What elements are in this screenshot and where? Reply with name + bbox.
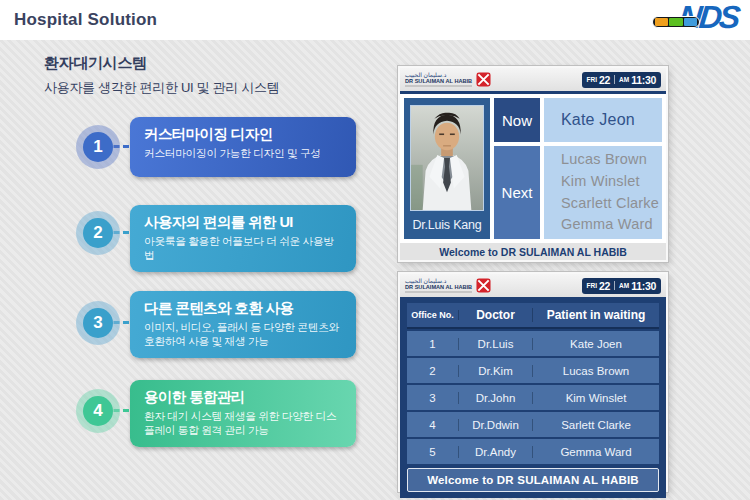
slide-body: 환자대기시스템 사용자를 생각한 편리한 UI 및 관리 시스템 1 커스터마이… (0, 40, 750, 500)
doctor-name: Dr.Andy (459, 446, 533, 458)
table-header-row: Office No. Doctor Patient in waiting (407, 303, 659, 329)
doctor-name: Dr.Ddwin (459, 419, 533, 431)
date-label: 22 (599, 74, 610, 86)
feature-3-number-badge: 3 (83, 308, 113, 338)
nds-logo: NDS (644, 2, 740, 38)
office-no: 1 (407, 338, 459, 350)
hospital-tagline-line (405, 85, 472, 87)
feature-2-title: 사용자의 편의를 위한 UI (144, 213, 342, 232)
doctor-name: Dr.Luis Kang (404, 211, 490, 239)
feature-1-title: 커스터마이징 디자인 (144, 125, 342, 144)
next-label: Next (494, 146, 540, 239)
hospital-name: DR SULAIMAN AL HABIB (405, 284, 472, 290)
col-office-no: Office No. (407, 310, 459, 320)
section-subtitle: 사용자를 생각한 편리한 UI 및 관리 시스템 (44, 79, 279, 97)
doctor-name: Dr.Luis (459, 338, 533, 350)
hospital-name-arabic: د.سليمان الحبيب (405, 278, 472, 285)
nds-orange-square (655, 18, 668, 26)
queue-column: Now Kate Jeon Next Lucas Brown Kim Winsl… (494, 98, 662, 239)
next-patient: Lucas Brown (561, 149, 662, 171)
doctor-name: Dr.Kim (459, 365, 533, 377)
datetime-badge: FRI 22 AM 11:30 (582, 72, 661, 88)
display-header: د.سليمان الحبيب DR SULAIMAN AL HABIB FRI… (400, 68, 666, 91)
feature-2-card: 사용자의 편의를 위한 UI 아웃룩을 활용한 어플보다 더 쉬운 사용방법 (130, 205, 356, 272)
next-row: Next Lucas Brown Kim Winslet Scarlett Cl… (494, 146, 662, 239)
hospital-brand-text: د.سليمان الحبيب DR SULAIMAN AL HABIB (405, 278, 472, 294)
table-row: 4 Dr.Ddwin Sarlett Clarke (407, 412, 659, 437)
time-label: 11:30 (631, 280, 656, 292)
feature-3-title: 다른 콘텐츠와 호환 사용 (144, 299, 342, 318)
doctor-display-body: Dr.Luis Kang Now Kate Jeon Next Lucas Br… (400, 94, 666, 243)
doctor-column: Dr.Luis Kang (404, 98, 490, 239)
top-bar: Hospital Solution NDS (0, 0, 750, 40)
waiting-display-doctor-panel: د.سليمان الحبيب DR SULAIMAN AL HABIB FRI… (398, 66, 668, 262)
feature-2-number-badge: 2 (83, 218, 113, 248)
waiting-table-body: Office No. Doctor Patient in waiting 1 D… (400, 297, 666, 498)
hospital-name: DR SULAIMAN AL HABIB (405, 78, 472, 84)
col-patient: Patient in waiting (533, 308, 659, 322)
next-patient-list: Lucas Brown Kim Winslet Scarlett Clarke … (544, 146, 662, 239)
datetime-badge: FRI 22 AM 11:30 (582, 278, 661, 294)
day-label: FRI (587, 76, 597, 83)
table-row: 5 Dr.Andy Gemma Ward (407, 439, 659, 464)
feature-4-desc: 환자 대기 시스템 재생을 위한 다양한 디스플레이 통합 원격 관리 가능 (144, 409, 342, 438)
doctor-photo-image (411, 106, 483, 210)
date-label: 22 (599, 280, 610, 292)
hospital-cross-icon (476, 278, 491, 293)
hospital-brand: د.سليمان الحبيب DR SULAIMAN AL HABIB (405, 278, 491, 294)
doctor-photo (410, 105, 484, 211)
patient-name: Kate Joen (533, 338, 659, 350)
now-row: Now Kate Jeon (494, 98, 662, 142)
hospital-cross-icon (476, 72, 491, 87)
feature-1-card: 커스터마이징 디자인 커스터마이징이 가능한 디자인 및 구성 (130, 117, 356, 177)
table-row: 3 Dr.John Kim Winslet (407, 385, 659, 410)
datetime-divider (614, 281, 615, 290)
next-patient: Gemma Ward (561, 214, 662, 236)
feature-1-desc: 커스터마이징이 가능한 디자인 및 구성 (144, 146, 342, 160)
office-no: 3 (407, 392, 459, 404)
table-row: 2 Dr.Kim Lucas Brown (407, 358, 659, 383)
hospital-tagline-line (405, 291, 472, 293)
welcome-message: Welcome to DR SULAIMAN AL HABIB (407, 468, 659, 492)
office-no: 5 (407, 446, 459, 458)
feature-2-desc: 아웃룩을 활용한 어플보다 더 쉬운 사용방법 (144, 234, 342, 263)
office-no: 4 (407, 419, 459, 431)
feature-1-number-badge: 1 (83, 132, 113, 162)
nds-logo-color-bar (652, 16, 700, 28)
now-label: Now (494, 98, 540, 142)
office-no: 2 (407, 365, 459, 377)
feature-3-card: 다른 콘텐츠와 호환 사용 이미지, 비디오, 플래시 등 다양한 콘텐츠와 호… (130, 291, 356, 358)
display-header: د.سليمان الحبيب DR SULAIMAN AL HABIB FRI… (400, 274, 666, 297)
next-patient: Kim Winslet (561, 171, 662, 193)
ampm-label: AM (619, 76, 629, 83)
feature-4-card: 용이한 통합관리 환자 대기 시스템 재생을 위한 다양한 디스플레이 통합 원… (130, 380, 356, 447)
section-title: 환자대기시스템 (44, 54, 147, 73)
ampm-label: AM (619, 282, 629, 289)
hospital-name-arabic: د.سليمان الحبيب (405, 72, 472, 79)
feature-4-title: 용이한 통합관리 (144, 388, 342, 407)
patient-name: Lucas Brown (533, 365, 659, 377)
patient-name: Sarlett Clarke (533, 419, 659, 431)
day-label: FRI (587, 282, 597, 289)
waiting-display-table-panel: د.سليمان الحبيب DR SULAIMAN AL HABIB FRI… (398, 272, 668, 492)
hospital-brand: د.سليمان الحبيب DR SULAIMAN AL HABIB (405, 72, 491, 88)
patient-name: Gemma Ward (533, 446, 659, 458)
hospital-brand-text: د.سليمان الحبيب DR SULAIMAN AL HABIB (405, 72, 472, 88)
doctor-name: Dr.John (459, 392, 533, 404)
table-row: 1 Dr.Luis Kate Joen (407, 331, 659, 356)
next-patient: Scarlett Clarke (561, 193, 662, 215)
page-title: Hospital Solution (14, 0, 157, 40)
welcome-message: Welcome to DR SULAIMAN AL HABIB (400, 243, 666, 260)
patient-name: Kim Winslet (533, 392, 659, 404)
time-label: 11:30 (631, 74, 656, 86)
feature-4-number-badge: 4 (83, 396, 113, 426)
now-patient-name: Kate Jeon (544, 98, 662, 142)
feature-3-desc: 이미지, 비디오, 플래시 등 다양한 콘텐츠와 호환하여 사용 및 재생 가능 (144, 320, 342, 349)
datetime-divider (614, 75, 615, 84)
col-doctor: Doctor (459, 308, 533, 322)
nds-blue-square (684, 18, 697, 26)
nds-green-square (669, 18, 682, 26)
